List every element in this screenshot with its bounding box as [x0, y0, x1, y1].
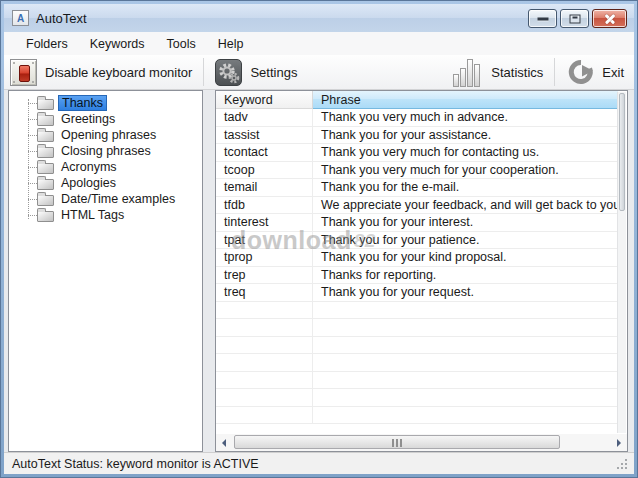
statistics-button[interactable]: Statistics: [491, 65, 543, 80]
settings-button[interactable]: Settings: [250, 65, 297, 80]
menu-help[interactable]: Help: [207, 32, 255, 55]
table-row[interactable]: tfdb We appreciate your feedback, and wi…: [216, 197, 618, 215]
sidebar-folder-item[interactable]: Greetings: [9, 111, 202, 127]
vertical-scrollbar-thumb[interactable]: [619, 93, 625, 211]
folder-icon: [37, 131, 54, 142]
window-title: AutoText: [36, 11, 87, 26]
keyword-cell: tadv: [216, 109, 313, 126]
app-window: A AutoText Folders Keywords Tools Help D…: [0, 0, 638, 478]
phrase-cell: [313, 319, 618, 336]
sidebar-folder-item[interactable]: Opening phrases: [9, 127, 202, 143]
horizontal-scrollbar-track[interactable]: [232, 434, 611, 451]
vertical-scrollbar[interactable]: [617, 92, 626, 433]
phrase-cell: [313, 354, 618, 371]
keyword-cell: treq: [216, 284, 313, 301]
table-row[interactable]: tcoop Thank you very much for your coope…: [216, 162, 618, 180]
tree-item-label: Acronyms: [58, 160, 120, 174]
scroll-left-arrow[interactable]: [216, 434, 232, 451]
menu-bar: Folders Keywords Tools Help: [4, 32, 634, 55]
tree-item-label: HTML Tags: [58, 208, 127, 222]
minimize-button[interactable]: [528, 9, 557, 28]
keyboard-monitor-toggle-icon[interactable]: [10, 59, 37, 86]
restore-icon: [569, 14, 580, 23]
phrase-cell: [313, 407, 618, 424]
status-text: AutoText Status: keyword monitor is ACTI…: [12, 457, 259, 471]
folder-tree: Thanks Greetings Opening phrases Closing…: [9, 95, 202, 223]
keyword-cell: [216, 389, 313, 406]
table-row-empty: [216, 372, 618, 390]
table-row[interactable]: tpat Thank you for your patience.: [216, 232, 618, 250]
phrase-cell: Thank you very much for your cooperation…: [313, 162, 618, 179]
folder-tree-panel: Thanks Greetings Opening phrases Closing…: [8, 90, 203, 452]
table-row[interactable]: tinterest Thank you for your interest.: [216, 214, 618, 232]
table-row[interactable]: tprop Thank you for your kind proposal.: [216, 249, 618, 267]
menu-folders[interactable]: Folders: [15, 32, 79, 55]
phrase-cell: Thanks for reporting.: [313, 267, 618, 284]
sidebar-folder-item[interactable]: Apologies: [9, 175, 202, 191]
scrollbar-grip-icon: [392, 439, 394, 447]
sidebar-folder-item[interactable]: Thanks: [9, 95, 202, 111]
tree-item-label: Thanks: [58, 95, 107, 111]
keyword-cell: [216, 407, 313, 424]
column-header-keyword[interactable]: Keyword: [216, 91, 313, 109]
table-row[interactable]: trep Thanks for reporting.: [216, 267, 618, 285]
menu-tools[interactable]: Tools: [156, 32, 207, 55]
phrase-cell: Thank you for your interest.: [313, 214, 618, 231]
phrase-cell: [313, 337, 618, 354]
column-header-phrase[interactable]: Phrase: [313, 91, 618, 109]
folder-icon: [37, 179, 54, 190]
phrase-cell: Thank you for your assistance.: [313, 127, 618, 144]
exit-arrow-icon[interactable]: [566, 58, 594, 86]
sidebar-folder-item[interactable]: HTML Tags: [9, 207, 202, 223]
table-row[interactable]: tassist Thank you for your assistance.: [216, 127, 618, 145]
phrase-table-panel: Keyword Phrase tadv Thank you very much …: [215, 90, 628, 452]
resize-grip[interactable]: [617, 459, 628, 470]
tree-item-label: Apologies: [58, 176, 119, 190]
table-header-row: Keyword Phrase: [216, 91, 627, 109]
sidebar-folder-item[interactable]: Closing phrases: [9, 143, 202, 159]
phrase-cell: [313, 302, 618, 319]
keyword-cell: tpat: [216, 232, 313, 249]
folder-icon: [37, 147, 54, 158]
sidebar-folder-item[interactable]: Date/Time examples: [9, 191, 202, 207]
table-row-empty: [216, 389, 618, 407]
phrase-cell: Thank you for your kind proposal.: [313, 249, 618, 266]
keyword-cell: tinterest: [216, 214, 313, 231]
table-row[interactable]: tadv Thank you very much in advance.: [216, 109, 618, 127]
phrase-cell: [313, 372, 618, 389]
exit-button[interactable]: Exit: [602, 65, 624, 80]
keyword-cell: [216, 354, 313, 371]
folder-icon: [37, 115, 54, 126]
tree-item-label: Date/Time examples: [58, 192, 178, 206]
scroll-right-arrow[interactable]: [611, 434, 627, 451]
keyword-cell: trep: [216, 267, 313, 284]
menu-keywords[interactable]: Keywords: [79, 32, 156, 55]
table-row[interactable]: treq Thank you for your request.: [216, 284, 618, 302]
tree-item-label: Closing phrases: [58, 144, 154, 158]
table-row-empty: [216, 407, 618, 425]
toolbar-separator: [203, 58, 204, 86]
title-bar[interactable]: A AutoText: [4, 4, 634, 32]
phrase-cell: Thank you for your patience.: [313, 232, 618, 249]
phrase-cell: Thank you for your request.: [313, 284, 618, 301]
restore-button[interactable]: [560, 9, 589, 28]
disable-keyboard-monitor-button[interactable]: Disable keyboard monitor: [45, 65, 192, 80]
settings-gear-icon[interactable]: [215, 59, 242, 86]
keyword-cell: tcontact: [216, 144, 313, 161]
table-row-empty: [216, 302, 618, 320]
sidebar-folder-item[interactable]: Acronyms: [9, 159, 202, 175]
table-row[interactable]: tcontact Thank you very much for contact…: [216, 144, 618, 162]
horizontal-scrollbar-thumb[interactable]: [234, 435, 560, 449]
table-row-empty: [216, 319, 618, 337]
table-row[interactable]: temail Thank you for the e-mail.: [216, 179, 618, 197]
keyword-cell: tassist: [216, 127, 313, 144]
app-icon: A: [12, 10, 29, 26]
tree-item-label: Opening phrases: [58, 128, 159, 142]
table-body: tadv Thank you very much in advance. tas…: [216, 109, 618, 434]
toolbar: Disable keyboard monitor Settings Statis…: [4, 55, 634, 90]
close-button[interactable]: [592, 9, 627, 28]
statistics-chart-icon[interactable]: [453, 58, 483, 87]
horizontal-scrollbar[interactable]: [216, 434, 627, 451]
keyword-cell: [216, 337, 313, 354]
keyword-cell: tfdb: [216, 197, 313, 214]
